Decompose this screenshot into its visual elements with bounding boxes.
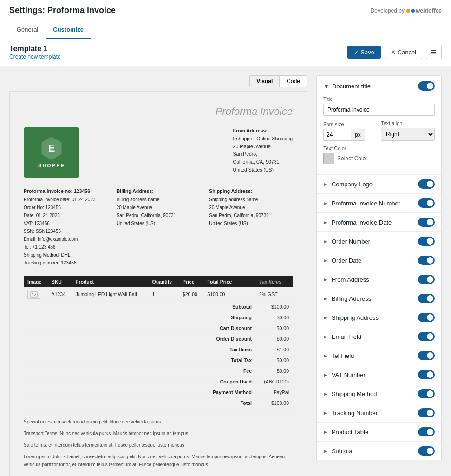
document-title-header[interactable]: ▼ Document title — [323, 81, 435, 91]
toggle-subtotal[interactable] — [418, 446, 435, 456]
summary-coupon: Coupon Used (ABCD100) — [24, 376, 293, 387]
section-arrow-icon-tel-field: ► — [323, 353, 328, 358]
toggle-company-logo[interactable] — [418, 179, 435, 189]
svg-rect-0 — [31, 291, 37, 297]
section-email-field[interactable]: ► Email Field — [317, 327, 441, 346]
view-toggle: Visual Code — [9, 75, 307, 87]
toggle-shipping-address[interactable] — [418, 313, 435, 322]
cancel-button[interactable]: ✕ Cancel — [385, 46, 422, 59]
section-label-product-table: ► Product Table — [323, 429, 368, 436]
section-billing-address[interactable]: ► Billing Address — [317, 289, 441, 308]
summary-tax-items: Tax Items $1.00 — [24, 344, 293, 355]
summary-order-discount: Order Discount $0.00 — [24, 333, 293, 344]
note-3: Sale terms: et interdum tellus fermentum… — [24, 441, 293, 449]
cell-sku: A1234 — [48, 287, 72, 302]
section-arrow-icon-shipping-address: ► — [323, 315, 328, 320]
section-label-email-field: ► Email Field — [323, 333, 361, 340]
section-label-proforma-invoice-number: ► Proforma Invoice Number — [323, 200, 400, 207]
toggle-tel-field[interactable] — [418, 351, 435, 360]
tab-bar: General Customize — [0, 21, 451, 39]
create-new-template-link[interactable]: Create new template — [9, 53, 61, 60]
save-button[interactable]: ✓ Save — [347, 46, 381, 59]
section-label-vat-number: ► VAT Number — [323, 371, 366, 378]
tab-customize[interactable]: Customize — [46, 21, 91, 39]
toggle-proforma-invoice-date[interactable] — [418, 218, 435, 227]
section-proforma-invoice-number[interactable]: ► Proforma Invoice Number — [317, 194, 441, 213]
section-arrow-icon-order-number: ► — [323, 239, 328, 244]
right-panel-sections: ► Company Logo ► Proforma Invoice Number… — [317, 175, 441, 461]
section-shipping-method[interactable]: ► Shipping Method — [317, 384, 441, 403]
toggle-order-date[interactable] — [418, 256, 435, 265]
summary-total: Total $100.00 — [24, 397, 293, 408]
section-arrow-icon-order-date: ► — [323, 258, 328, 263]
section-tracking-number[interactable]: ► Tracking Number — [317, 403, 441, 423]
section-product-table[interactable]: ► Product Table — [317, 423, 441, 442]
invoice-title: Proforma Invoice — [216, 106, 293, 117]
invoice-notes: Special notes: consectetur adipiscing el… — [24, 418, 293, 469]
summary-subtotal: Subtotal $100.00 — [24, 301, 293, 312]
toggle-vat-number[interactable] — [418, 370, 435, 379]
section-tel-field[interactable]: ► Tel Field — [317, 346, 441, 365]
note-4: Lorem ipsum dolor sit amet, consectetur … — [24, 453, 293, 469]
section-label-tracking-number: ► Tracking Number — [323, 410, 378, 416]
font-size-input[interactable] — [323, 129, 351, 141]
toggle-proforma-invoice-number[interactable] — [418, 198, 435, 208]
settings-panel: ▼ Document title Title Font size — [316, 75, 442, 461]
font-size-align-row: Font size px Text align Left Center Righ… — [323, 120, 435, 141]
section-arrow-icon-vat-number: ► — [323, 372, 328, 377]
text-align-select[interactable]: Left Center Right — [381, 128, 435, 141]
toggle-product-table[interactable] — [418, 427, 435, 436]
toggle-order-number[interactable] — [418, 237, 435, 246]
from-address-block: From Address: Eshoppe - Online Shopping … — [233, 127, 293, 174]
invoice-preview: Proforma Invoice E SHOPPE From Address: … — [9, 91, 307, 476]
color-swatch[interactable] — [323, 153, 334, 164]
section-shipping-address[interactable]: ► Shipping Address — [317, 308, 441, 327]
visual-tab[interactable]: Visual — [249, 75, 280, 87]
section-vat-number[interactable]: ► VAT Number — [317, 365, 441, 384]
template-title: Template 1 — [9, 45, 61, 53]
cell-tax: 2% GST — [255, 287, 293, 302]
toggle-email-field[interactable] — [418, 332, 435, 341]
section-label-billing-address: ► Billing Address — [323, 295, 371, 302]
section-arrow-icon-email-field: ► — [323, 334, 328, 339]
billing-col: Billing Address: Billing address name 20… — [117, 187, 200, 267]
col-quantity: Quantity — [148, 276, 178, 287]
col-image: Image — [24, 276, 48, 287]
company-logo: E SHOPPE — [24, 127, 79, 178]
invoice-info-row: Proforma Invoice no: 123456 Proforma Inv… — [24, 187, 293, 267]
note-1: Special notes: consectetur adipiscing el… — [24, 418, 293, 426]
proforma-info-col: Proforma Invoice no: 123456 Proforma Inv… — [24, 187, 107, 267]
template-actions: ✓ Save ✕ Cancel ☰ — [347, 46, 442, 59]
title-input[interactable] — [323, 104, 435, 116]
section-order-number[interactable]: ► Order Number — [317, 232, 441, 251]
menu-button[interactable]: ☰ — [426, 46, 442, 59]
select-color-label[interactable]: Select Color — [337, 155, 367, 162]
table-row: A1234 Jumbing LED Light Wall Ball 1 $20.… — [24, 287, 293, 302]
tab-general[interactable]: General — [9, 21, 46, 39]
toggle-from-address[interactable] — [418, 275, 435, 284]
document-title-label: ▼ Document title — [323, 83, 371, 90]
col-price: Price — [179, 276, 204, 287]
code-tab[interactable]: Code — [280, 75, 307, 87]
preview-panel: Visual Code Proforma Invoice E SHOPPE Fr… — [9, 75, 307, 476]
section-subtotal[interactable]: ► Subtotal — [317, 442, 441, 461]
toggle-billing-address[interactable] — [418, 294, 435, 303]
brand-dot-orange — [406, 9, 410, 13]
document-title-toggle[interactable] — [418, 81, 435, 91]
top-header: Settings: Proforma invoice Developed by … — [0, 0, 451, 21]
section-label-shipping-method: ► Shipping Method — [323, 390, 377, 397]
section-order-date[interactable]: ► Order Date — [317, 251, 441, 270]
logo-hex: E — [40, 137, 63, 160]
section-arrow-icon-subtotal: ► — [323, 449, 328, 454]
section-company-logo[interactable]: ► Company Logo — [317, 175, 441, 194]
section-label-from-address: ► From Address — [323, 276, 369, 283]
section-proforma-invoice-date[interactable]: ► Proforma Invoice Date — [317, 213, 441, 232]
note-2: Transport Terms: Nunc nec vehicula purus… — [24, 430, 293, 437]
toggle-tracking-number[interactable] — [418, 408, 435, 417]
cell-qty: 1 — [148, 287, 178, 302]
col-sku: SKU — [48, 276, 72, 287]
section-from-address[interactable]: ► From Address — [317, 270, 441, 289]
summary-shipping: Shipping $0.00 — [24, 312, 293, 323]
cell-image — [24, 287, 48, 302]
toggle-shipping-method[interactable] — [418, 389, 435, 398]
